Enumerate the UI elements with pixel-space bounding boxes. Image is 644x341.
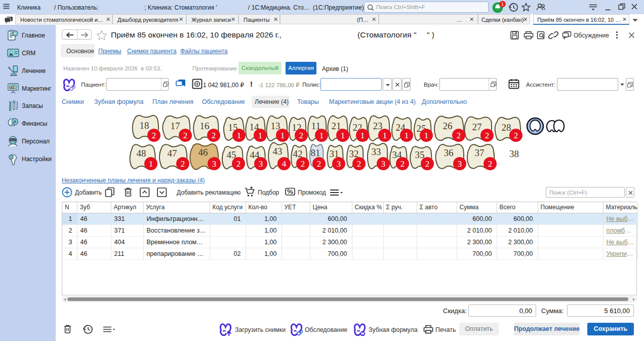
svg-text:1: 1	[319, 131, 324, 140]
svg-text:2: 2	[299, 131, 304, 140]
svg-text:2: 2	[212, 131, 216, 140]
svg-text:28: 28	[502, 122, 511, 133]
svg-text:36: 36	[444, 147, 454, 158]
svg-text:1: 1	[383, 131, 387, 140]
svg-text:33: 33	[372, 146, 381, 157]
svg-text:3: 3	[212, 159, 217, 169]
svg-text:35: 35	[415, 149, 425, 160]
svg-text:1: 1	[424, 131, 429, 140]
svg-text:3: 3	[337, 159, 341, 169]
svg-text:2: 2	[183, 131, 188, 140]
svg-text:2: 2	[357, 159, 361, 169]
svg-text:1: 1	[149, 159, 153, 169]
svg-text:37: 37	[475, 147, 485, 158]
svg-text:13: 13	[271, 121, 280, 131]
svg-text:1: 1	[341, 131, 345, 140]
svg-text:3: 3	[458, 159, 462, 169]
svg-text:1: 1	[258, 131, 263, 140]
svg-text:2: 2	[514, 131, 518, 140]
svg-text:2: 2	[485, 131, 490, 140]
svg-text:2: 2	[400, 159, 405, 169]
svg-text:2: 2	[236, 159, 241, 169]
svg-text:16: 16	[200, 121, 210, 131]
svg-text:27: 27	[472, 122, 482, 132]
svg-text:17: 17	[171, 121, 180, 131]
svg-text:1: 1	[501, 1, 504, 7]
svg-text:1: 1	[405, 131, 409, 140]
svg-text:2: 2	[425, 159, 430, 169]
svg-text:2: 2	[317, 159, 321, 169]
svg-text:48: 48	[137, 148, 146, 159]
svg-text:2: 2	[301, 159, 305, 169]
svg-text:2: 2	[181, 159, 185, 169]
svg-text:18: 18	[140, 120, 149, 131]
svg-text:1: 1	[237, 131, 242, 140]
svg-text:2: 2	[488, 159, 493, 169]
svg-text:46: 46	[198, 147, 208, 158]
svg-text:43: 43	[273, 146, 283, 157]
svg-text:1: 1	[280, 131, 285, 140]
svg-text:23: 23	[373, 121, 383, 131]
svg-text:3: 3	[259, 159, 263, 169]
svg-text:1: 1	[360, 131, 365, 140]
svg-text:47: 47	[168, 148, 177, 159]
svg-text:3: 3	[381, 159, 386, 169]
svg-text:2: 2	[152, 131, 156, 140]
svg-text:81: 81	[311, 147, 320, 158]
svg-text:38: 38	[509, 148, 519, 159]
svg-text:2: 2	[457, 131, 461, 140]
svg-text:4: 4	[282, 159, 287, 169]
svg-text:26: 26	[443, 121, 453, 131]
